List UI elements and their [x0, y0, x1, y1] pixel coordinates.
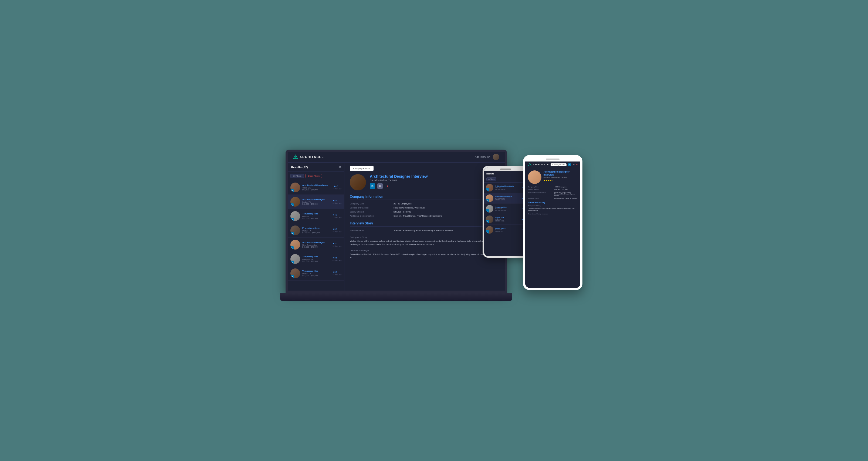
result-title-4: Architectural Designer	[302, 241, 330, 244]
interview-info: Architectural Designer Interview Darrell…	[370, 174, 481, 189]
phone1-info-3: Project Arch... Dallas, TX $110,000 - $1…	[495, 217, 505, 222]
result-rating-6: ★ 3.3	[333, 271, 341, 273]
phone2-company-size-value: +100 Employees	[554, 186, 578, 188]
phone1-linkedin-2: in	[486, 209, 489, 212]
phone1-avatar-3: in	[486, 215, 493, 223]
star-icon: ★	[333, 214, 334, 216]
favorite-button[interactable]: ♥	[385, 183, 390, 189]
phone1-item-0[interactable]: in Architectural Coordinator Tulsa, OK $…	[484, 182, 527, 193]
sidebar-title: Results (27)	[291, 166, 308, 169]
result-location-4: New Orleans, LA	[302, 244, 330, 246]
laptop-base	[280, 293, 512, 301]
result-location-5: Lafayette, LA	[302, 258, 330, 260]
phone1-linkedin-0: in	[486, 188, 489, 192]
phone2-salary-label: Salary Offered:	[528, 189, 552, 191]
result-info-1: Architectural Designer Dallas, TX $42,50…	[302, 198, 330, 205]
sidebar-filters: ⊞ Filters Clear Filters	[288, 172, 344, 180]
star-icon: ★	[333, 271, 334, 273]
linkedin-badge-6: in	[290, 275, 293, 278]
phone2-additional-comp-label: Additional Compensation:	[528, 192, 552, 196]
phone1-notch	[484, 168, 527, 171]
phone2-interview-story-title: Interview Story	[528, 201, 578, 204]
interview-story-title: Interview Story	[350, 222, 499, 227]
phone2-screen: ARCHITABLE ≡ Display Results in ✉ ♥ Arc	[525, 162, 580, 288]
star-icon: ★	[334, 185, 335, 188]
result-date-1: 12 days ago	[333, 202, 341, 204]
result-date-3: 25 days ago	[333, 231, 341, 233]
salary-label: Salary Offered:	[350, 211, 390, 213]
result-date-4: 12 days ago	[333, 245, 341, 247]
linkedin-badge-5: in	[290, 261, 293, 264]
sidebar: Results (27) × ⊞ Filters Clear Filters	[288, 163, 344, 291]
result-item-4[interactable]: in Architectural Designer New Orleans, L…	[288, 238, 344, 252]
phone2-logo: ARCHITABLE	[528, 163, 549, 167]
phone2-main-avatar	[528, 170, 541, 184]
result-salary-3: $110,000 - $119,999	[302, 232, 330, 234]
phone1-results-title: Results	[486, 173, 525, 175]
result-rating-3: ★ 3.5	[333, 228, 341, 230]
phone2-interview-lead-value: Referred by a Friend or Relative	[554, 197, 578, 199]
result-avatar-5: in	[290, 254, 300, 264]
star-icon: ★	[333, 257, 334, 259]
result-avatar-6: in	[290, 268, 300, 278]
phone2-interview-subtitle: Rachel in New Orleans, LA 2019	[544, 177, 578, 178]
result-rating-1: ★ 4.6	[333, 200, 341, 202]
result-item-0[interactable]: in Architectural Coordinator Tulsa, OK $…	[288, 180, 344, 195]
laptop-body: ARCHITABLE Add Interview Results (27) ×	[285, 150, 507, 293]
result-item-6[interactable]: in Temporary Hire Dallas, TX $43,000 - $…	[288, 266, 344, 281]
result-rating-0: ★ 4.8	[334, 185, 341, 188]
result-meta-1: ★ 4.6 12 days ago	[333, 200, 341, 204]
phone2-display-results-button[interactable]: ≡ Display Results	[551, 163, 566, 166]
phone1-filter-button[interactable]: ⊞ Filters	[486, 177, 496, 181]
result-item-2[interactable]: in Temporary Hire Houston, TX $37,500 - …	[288, 209, 344, 223]
close-button[interactable]: ×	[339, 165, 341, 169]
nav-right: Add Interview	[475, 154, 499, 160]
phone2-interview-header: Architectural Designer Interview Rachel …	[528, 170, 578, 184]
background-story-section: Background Story Visited friends still i…	[350, 236, 499, 246]
interview-lead-label: Interview Lead:	[350, 229, 390, 232]
phone2-salary-value: $48,000 - $49,999	[554, 189, 578, 191]
result-location-3: Dallas, TX	[302, 230, 330, 232]
phone1-item-4[interactable]: in Design Staff... Houston, TX $79,000 -…	[484, 225, 527, 235]
nav-logo-text: ARCHITABLE	[300, 155, 324, 159]
filters-button[interactable]: ⊞ Filters	[290, 174, 304, 178]
main-content: ≡ Display Results Architectural Designer…	[344, 163, 505, 291]
phone1-avatar-4: in	[486, 226, 493, 234]
display-results-button[interactable]: ≡ Display Results	[350, 166, 374, 171]
email-button[interactable]: ✉	[377, 183, 383, 189]
interview-header: Architectural Designer Interview Darrell…	[350, 174, 499, 191]
result-avatar-1: in	[290, 197, 300, 207]
filter-icon: ⊞	[293, 175, 295, 177]
result-date-2: 15 days ago	[333, 217, 341, 218]
phone1-item-3[interactable]: in Project Arch... Dallas, TX $110,000 -…	[484, 214, 527, 225]
clear-filters-button[interactable]: Clear Filters	[306, 174, 322, 178]
add-interview-button[interactable]: Add Interview	[475, 155, 490, 158]
result-info-5: Temporary Hire Lafayette, LA $37,500 - $…	[302, 256, 330, 262]
linkedin-button[interactable]: in	[370, 183, 375, 189]
result-item-1[interactable]: in Architectural Designer Dallas, TX $42…	[288, 195, 344, 209]
phone-1: Results ⊞ Filters in Architectural Coord…	[483, 166, 528, 258]
documents-section: Documents Brought Printed Bound Portfoli…	[350, 249, 499, 259]
result-title-6: Temporary Hire	[302, 270, 330, 272]
phone-2: ARCHITABLE ≡ Display Results in ✉ ♥ Arc	[523, 155, 583, 290]
phone2-linkedin-icon[interactable]: in	[568, 163, 571, 166]
linkedin-badge-3: in	[290, 232, 293, 235]
result-item-5[interactable]: in Temporary Hire Lafayette, LA $37,500 …	[288, 252, 344, 266]
phone1-item-2[interactable]: in Temporary Hire Houston, TX $37,500 - …	[484, 204, 527, 214]
phone2-logo-icon	[528, 163, 532, 167]
phone2-email-icon[interactable]: ✉	[573, 163, 575, 166]
result-date-5: 45 days ago	[333, 260, 341, 261]
laptop-nav: ARCHITABLE Add Interview	[288, 152, 505, 163]
result-meta-3: ★ 3.5 25 days ago	[333, 228, 341, 233]
result-item-3[interactable]: in Project Architect Dallas, TX $110,000…	[288, 223, 344, 238]
linkedin-badge-2: in	[290, 218, 293, 221]
star-icon: ★	[333, 200, 334, 202]
phone1-item-1[interactable]: in Architectural Designer New Orleans, L…	[484, 193, 527, 204]
interview-subtitle: Darrell in Dallas, TX 2019	[370, 179, 481, 182]
phone1-nav: Results ⊞ Filters	[484, 171, 527, 182]
company-info-grid: Company Size: 20 - 50 Employees Sectors …	[350, 203, 499, 217]
result-title-3: Project Architect	[302, 227, 330, 230]
phone2-heart-icon[interactable]: ♥	[576, 163, 578, 166]
result-info-0: Architectural Coordinator Tulsa, OK $52,…	[302, 184, 332, 191]
result-meta-4: ★ 3.5 12 days ago	[333, 242, 341, 247]
